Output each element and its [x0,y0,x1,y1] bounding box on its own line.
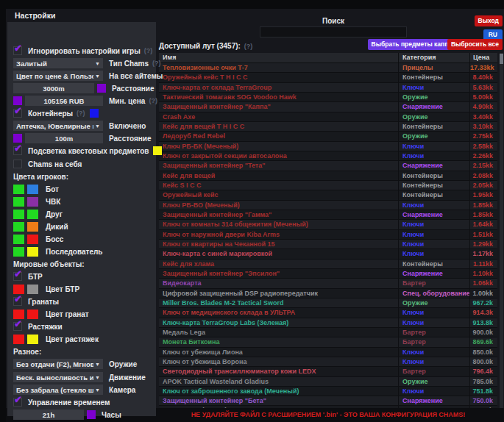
table-row[interactable]: Кейс S I C CКонтейнеры2.05kk [159,181,497,190]
table-row[interactable]: Ключ от наружной двери Kiba ArmsКлючи1.5… [159,230,497,240]
color-swatch[interactable] [13,247,24,257]
drop-all-button[interactable]: Выбросить все [447,39,503,50]
table-row[interactable]: Медаль LegaБартер900.0k [159,328,497,337]
color-swatch[interactable] [153,146,162,155]
table-row[interactable]: Ключ от квартиры на Чеканной 15Ключи1.29… [159,240,497,249]
color-swatch[interactable] [27,210,38,219]
checkbox[interactable]: ✔ [13,398,22,407]
table-row[interactable]: Ледоруб Red RebelОружие2.75kk [159,132,497,141]
exit-button[interactable]: Выход [475,15,503,26]
dropdown[interactable]: Без забрала (стекло шлема)▼ [13,385,103,395]
settings-row: Без отдачи (F2), Мгновенное п▼Оружие [13,358,153,370]
color-swatch[interactable] [13,235,24,244]
checkbox[interactable]: ✔ [13,272,22,281]
item-name: Кейс S I C C [159,181,398,190]
value-input[interactable]: 3000m [13,83,94,93]
table-row[interactable]: Ключ-карта от склада TerraGroupКлючи5.63… [159,83,497,93]
scrollbar-thumb[interactable] [500,54,503,64]
table-row[interactable]: Crash AxeОружие3.40kk [159,112,497,122]
table-row[interactable]: Ключ от убежища ЛионаКлючи850.0k [159,348,497,357]
table-row[interactable]: APOK Tactical Wasteland GladiusОружие785… [159,377,497,387]
value-input[interactable]: 105156 RUB [25,96,103,106]
value-input[interactable]: 21h [13,410,84,420]
color-swatch[interactable] [87,410,96,419]
checkbox[interactable]: ✔ [13,109,22,118]
settings-row: Цвет гранат [13,308,153,320]
settings-row: 105156 RUBМин. цена(?) [13,95,153,107]
item-price: 2.75kk [469,132,497,140]
table-row[interactable]: Ключ от заброшенного завода (Меченый)Клю… [159,387,497,396]
color-swatch[interactable] [97,84,106,93]
settings-tab[interactable]: Настройки [15,11,55,20]
table-row[interactable]: Цифровой защищенный DSP радиопередатчикС… [159,289,497,298]
checkbox[interactable]: ✔ [13,46,22,55]
color-swatch[interactable] [27,197,38,207]
table-row[interactable]: Защищенный контейнер "Эпсилон"Снаряжение… [159,269,497,279]
color-label: Последователь [46,248,103,256]
item-category: Оружие [398,132,469,140]
item-price: 4.90kk [469,102,497,111]
item-price: 796.4k [469,367,497,376]
table-row[interactable]: Оружейный кейс T H I C CКонтейнеры8.40kk [159,73,497,82]
table-row[interactable]: Защищенный контейнер "Гамма"Снаряжение1.… [159,210,497,220]
color-swatch[interactable] [90,109,99,118]
table-row[interactable]: Защищенный контейнер "Бета"Снаряжение750… [159,396,497,406]
table-row[interactable]: Ключ-карта с синей маркировкойКлючи1.17k… [159,249,497,259]
value-input[interactable]: 100m [25,133,103,143]
item-category: Контейнеры [398,73,469,82]
dropdown[interactable]: Аптечка, Ювелирные и...▼ [13,121,103,131]
table-row[interactable]: Защищенный контейнер "Каппа"Снаряжение4.… [159,102,497,112]
color-swatch[interactable] [13,134,22,143]
dropdown[interactable]: Цвет по цене & Пользователь▼ [13,71,103,81]
table-row[interactable]: Ключ от медицинского склада в УЛЬТРАКлюч… [159,308,497,318]
color-swatch[interactable] [27,185,38,194]
color-swatch[interactable] [27,222,38,232]
color-swatch[interactable] [13,285,24,294]
color-swatch[interactable] [13,310,24,319]
color-swatch[interactable] [27,247,38,257]
table-row[interactable]: Тактический томагавк SOG Voodoo HawkОруж… [159,93,497,102]
color-swatch[interactable] [13,185,24,194]
table-row[interactable]: Кейс для вещей T H I C CКонтейнеры3.10kk [159,122,497,132]
color-swatch[interactable] [13,197,24,207]
dropdown[interactable]: Без отдачи (F2), Мгновенное п▼ [13,359,103,369]
table-row[interactable]: Защищенный контейнер "Тета"Снаряжение2.1… [159,161,497,171]
color-swatch[interactable] [27,335,38,344]
table-row[interactable]: Ключ от убежища ВоронаКлючи800.0k [159,357,497,367]
checkbox[interactable]: ✔ [13,297,22,306]
table-row[interactable]: Светодиодный трансиллюминатор кожи LEDXБ… [159,367,497,376]
table-row[interactable]: Монета БиткоинаБартер869.6k [159,337,497,347]
select-kappa-button[interactable]: Выбрать предметы каппа [368,39,455,50]
table-row[interactable]: Тепловизионные очки Т-7Прицелы17.33kk [159,63,497,73]
table-row[interactable]: Кейс для вещейКонтейнеры2.08kk [159,171,497,181]
item-category: Прицелы [398,63,469,72]
color-swatch[interactable] [27,285,38,294]
checkbox[interactable]: ✔ [13,146,22,155]
table-row[interactable]: Ключ от закрытой секции автосалонаКлючи2… [159,151,497,161]
item-name: Кейс для хлама [159,260,398,268]
table-row[interactable]: ВидеокартаБартер1.06kk [159,279,497,288]
table-scrollbar[interactable] [500,53,503,408]
color-swatch[interactable] [13,222,24,232]
color-swatch[interactable] [27,235,38,244]
color-swatch[interactable] [13,96,22,105]
table-row[interactable]: Кейс для хламаКонтейнеры1.11kk [159,260,497,269]
section-header: Цвета игроков: [13,173,68,181]
color-swatch[interactable] [13,335,24,344]
checkbox[interactable]: ✔ [13,322,22,331]
table-header: Имя Категория Цена [159,53,497,63]
color-swatch[interactable] [13,210,24,219]
table-row[interactable]: Ключ РБ-БК (Меченый)Ключи2.58kk [159,142,497,151]
item-name: Цифровой защищенный DSP радиопередатчик [159,289,398,298]
dropdown[interactable]: Залитый▼ [13,58,103,68]
table-row[interactable]: Оружейный кейсКонтейнеры1.95kk [159,190,497,200]
table-row[interactable]: Ключ-карта TerraGroup Labs (Зеленая)Ключ… [159,318,497,328]
item-price: 750.0k [469,396,497,405]
table-row[interactable]: Miller Bros. Blades M-2 Tactical SwordОр… [159,298,497,308]
checkbox[interactable] [13,160,22,168]
table-row[interactable]: Ключ РБ-ВО (Меченый)Ключи1.85kk [159,201,497,210]
table-row[interactable]: Ключ от комнаты 314 общежития (Меченый)К… [159,220,497,229]
search-input[interactable] [260,26,407,37]
dropdown[interactable]: Беск. выносливость и нет уста▼ [13,372,103,382]
color-swatch[interactable] [27,310,38,319]
